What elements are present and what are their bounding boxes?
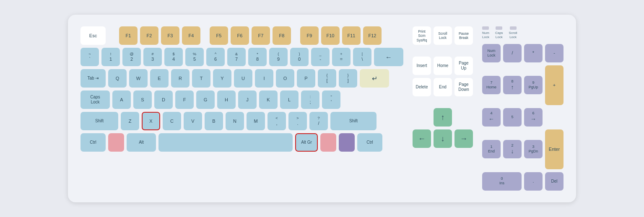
key-z[interactable]: Z	[121, 112, 139, 130]
key-o[interactable]: O	[276, 69, 294, 88]
key-e[interactable]: E	[150, 69, 169, 88]
key-arrow-left[interactable]: ←	[413, 129, 431, 148]
key-f7[interactable]: F7	[252, 26, 270, 45]
key-backtick[interactable]: ~`	[80, 48, 99, 66]
key-f2[interactable]: F2	[140, 26, 158, 45]
key-num4[interactable]: 4←	[482, 108, 501, 127]
key-0[interactable]: )0	[290, 48, 309, 66]
key-rbracket[interactable]: }]	[339, 69, 357, 88]
key-num-div[interactable]: /	[503, 44, 522, 62]
key-f10[interactable]: F10	[321, 26, 340, 45]
key-minus[interactable]: _-	[311, 48, 330, 66]
key-x[interactable]: X	[142, 112, 160, 130]
key-arrow-up[interactable]: ↑	[434, 108, 452, 127]
key-6[interactable]: ^6	[206, 48, 225, 66]
key-f4[interactable]: F4	[182, 26, 200, 45]
key-pause[interactable]: PauseBreak	[454, 26, 473, 45]
key-l[interactable]: L	[280, 90, 299, 109]
key-numlock[interactable]: NumLock	[482, 44, 501, 62]
key-ctrl-left[interactable]: Ctrl	[80, 133, 106, 152]
key-num2[interactable]: 2↓	[503, 140, 522, 158]
key-num1[interactable]: 1End	[482, 140, 501, 158]
key-space[interactable]	[158, 133, 293, 152]
key-num-enter[interactable]: Enter	[545, 129, 564, 169]
key-1[interactable]: !1	[101, 48, 120, 66]
key-s[interactable]: S	[133, 90, 152, 109]
key-num5[interactable]: 5	[503, 108, 522, 127]
key-lbracket[interactable]: {[	[318, 69, 336, 88]
key-arrow-down[interactable]: ↓	[434, 129, 452, 148]
key-f5[interactable]: F5	[210, 26, 228, 45]
key-2[interactable]: @2	[122, 48, 141, 66]
key-d[interactable]: D	[154, 90, 173, 109]
key-j[interactable]: J	[238, 90, 257, 109]
key-slash[interactable]: ?/	[309, 112, 328, 130]
key-num-dot[interactable]: .	[524, 172, 543, 191]
key-7[interactable]: &7	[227, 48, 246, 66]
key-u[interactable]: U	[234, 69, 252, 88]
key-shift-left[interactable]: Shift	[80, 112, 118, 130]
key-num-plus[interactable]: +	[545, 65, 564, 105]
key-5[interactable]: %5	[185, 48, 204, 66]
key-pipe[interactable]: |\	[353, 48, 371, 66]
key-esc[interactable]: Esc	[80, 26, 106, 45]
key-shift-right[interactable]: Shift	[330, 112, 377, 130]
key-semicolon[interactable]: :;	[301, 90, 319, 109]
key-w[interactable]: W	[129, 69, 148, 88]
key-end[interactable]: End	[434, 78, 452, 96]
key-tab[interactable]: Tab ⇥	[80, 69, 106, 88]
key-quote[interactable]: "'	[322, 90, 340, 109]
key-pagedown[interactable]: PageDown	[454, 78, 473, 96]
key-num-mul[interactable]: *	[524, 44, 543, 62]
key-backspace[interactable]: ←	[374, 48, 403, 66]
key-insert[interactable]: Insert	[413, 57, 431, 75]
key-printscreen[interactable]: PrintScrnSysRq	[413, 26, 431, 45]
key-f1[interactable]: F1	[119, 26, 138, 45]
key-num7[interactable]: 7Home	[482, 76, 501, 94]
key-pageup[interactable]: PageUp	[454, 57, 473, 75]
key-comma[interactable]: <,	[267, 112, 286, 130]
key-y[interactable]: Y	[213, 69, 231, 88]
key-h[interactable]: H	[217, 90, 236, 109]
key-win-right[interactable]	[320, 133, 336, 152]
key-capslock[interactable]: CapsLock	[80, 90, 110, 109]
key-num6[interactable]: 6→	[524, 108, 543, 127]
key-num-sub[interactable]: -	[545, 44, 564, 62]
key-9[interactable]: (9	[269, 48, 288, 66]
key-p[interactable]: P	[297, 69, 315, 88]
key-n[interactable]: N	[226, 112, 244, 130]
key-q[interactable]: Q	[108, 69, 127, 88]
key-scrolllock[interactable]: ScrollLock	[434, 26, 452, 45]
key-win-left[interactable]	[108, 133, 124, 152]
key-period[interactable]: >.	[288, 112, 307, 130]
key-c[interactable]: C	[163, 112, 181, 130]
key-equals[interactable]: +=	[332, 48, 351, 66]
key-f8[interactable]: F8	[273, 26, 291, 45]
key-delete[interactable]: Delete	[413, 78, 431, 96]
key-menu[interactable]	[339, 133, 355, 152]
key-3[interactable]: #3	[143, 48, 162, 66]
key-a[interactable]: A	[112, 90, 131, 109]
key-f3[interactable]: F3	[161, 26, 179, 45]
key-m[interactable]: M	[247, 112, 265, 130]
key-num0[interactable]: 0Ins	[482, 172, 522, 191]
key-f6[interactable]: F6	[231, 26, 249, 45]
key-altgr[interactable]: Alt Gr	[295, 133, 318, 152]
key-num-del[interactable]: Del	[545, 172, 564, 191]
key-alt-left[interactable]: Alt	[127, 133, 156, 152]
key-enter[interactable]: ↵	[360, 69, 389, 88]
key-g[interactable]: G	[196, 90, 215, 109]
key-num8[interactable]: 8↑	[503, 76, 522, 94]
key-r[interactable]: R	[171, 69, 190, 88]
key-4[interactable]: $4	[164, 48, 183, 66]
key-8[interactable]: *8	[248, 48, 267, 66]
key-f[interactable]: F	[175, 90, 194, 109]
key-b[interactable]: B	[205, 112, 223, 130]
key-home[interactable]: Home	[434, 57, 452, 75]
key-arrow-right[interactable]: →	[454, 129, 473, 148]
key-ctrl-right[interactable]: Ctrl	[357, 133, 382, 152]
key-i[interactable]: I	[255, 69, 273, 88]
key-v[interactable]: V	[184, 112, 202, 130]
key-f9[interactable]: F9	[300, 26, 319, 45]
key-t[interactable]: T	[192, 69, 210, 88]
